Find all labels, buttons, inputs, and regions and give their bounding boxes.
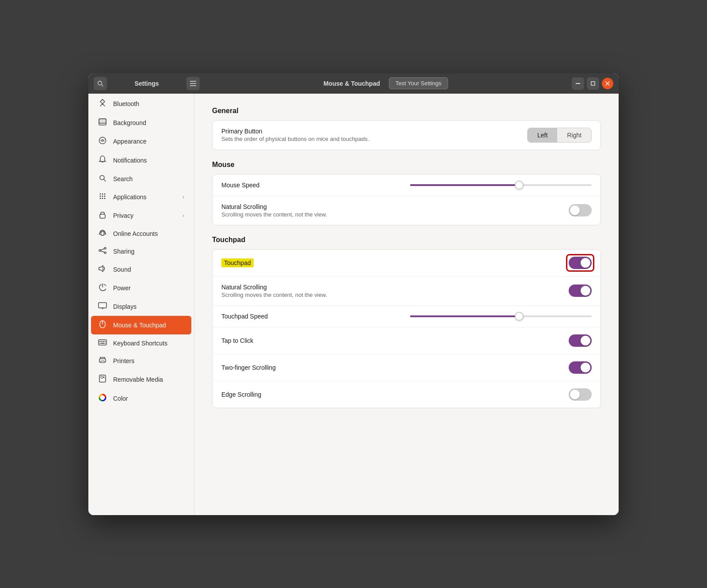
titlebar-right	[572, 77, 613, 90]
sidebar-item-label: Privacy	[113, 212, 176, 219]
svg-point-25	[101, 230, 104, 235]
displays-icon	[98, 302, 107, 311]
sidebar-item-search[interactable]: Search	[91, 170, 191, 188]
menu-button[interactable]	[186, 77, 200, 90]
mouse-natural-scrolling-toggle[interactable]	[569, 204, 592, 216]
touchpad-speed-row: Touchpad Speed	[213, 306, 601, 327]
touchpad-natural-scrolling-desc: Scrolling moves the content, not the vie…	[221, 292, 562, 298]
svg-rect-48	[101, 376, 103, 378]
edge-scrolling-label: Edge Scrolling	[221, 391, 562, 398]
svg-rect-43	[101, 343, 104, 344]
sidebar-item-label: Sound	[113, 266, 184, 273]
two-finger-scrolling-label: Two-finger Scrolling	[221, 364, 562, 371]
maximize-button[interactable]	[587, 77, 599, 90]
mouse-speed-label: Mouse Speed	[221, 182, 403, 189]
mouse-natural-scrolling-track	[569, 204, 592, 216]
sidebar-item-sound[interactable]: Sound	[91, 261, 191, 278]
sidebar-item-power[interactable]: Power	[91, 279, 191, 297]
sidebar-item-keyboard-shortcuts[interactable]: Keyboard Shortcuts	[91, 335, 191, 352]
sidebar-item-color[interactable]: Color	[91, 389, 191, 408]
sidebar-item-notifications[interactable]: Notifications	[91, 151, 191, 170]
sidebar-item-applications[interactable]: Applications ›	[91, 188, 191, 206]
edge-scrolling-control	[569, 388, 592, 401]
sidebar-item-label: Sharing	[113, 248, 184, 255]
minimize-button[interactable]	[572, 77, 584, 90]
mouse-speed-track	[410, 184, 592, 186]
tap-to-click-toggle[interactable]	[569, 334, 592, 347]
touchpad-natural-scrolling-thumb	[581, 286, 590, 296]
sidebar-item-label: Keyboard Shortcuts	[113, 340, 184, 347]
svg-rect-23	[100, 214, 105, 218]
touchpad-natural-scrolling-toggle[interactable]	[569, 285, 592, 297]
touchpad-toggle-row: Touchpad	[213, 250, 601, 277]
mouse-speed-slider[interactable]	[410, 184, 592, 186]
svg-point-49	[103, 376, 105, 378]
main-panel: General Primary Button Sets the order of…	[194, 94, 619, 515]
primary-button-row: Primary Button Sets the order of physica…	[213, 121, 601, 150]
sidebar-item-label: Power	[113, 285, 184, 292]
sidebar-item-sharing[interactable]: Sharing	[91, 243, 191, 260]
sound-icon	[98, 265, 107, 274]
mouse-card: Mouse Speed Natural Scrolling Scrolling …	[212, 174, 601, 225]
edge-scrolling-toggle[interactable]	[569, 388, 592, 401]
touchpad-toggle-track	[569, 257, 592, 269]
test-settings-button[interactable]: Test Your Settings	[389, 77, 448, 89]
tap-to-click-control	[569, 334, 592, 347]
background-icon	[98, 118, 107, 127]
svg-rect-10	[99, 119, 106, 123]
primary-button-desc: Sets the order of physical buttons on mi…	[221, 136, 520, 142]
titlebar-left: Settings	[94, 77, 200, 90]
general-section-title: General	[212, 107, 601, 115]
edge-scrolling-thumb	[570, 390, 580, 399]
chevron-right-icon: ›	[182, 194, 184, 200]
svg-line-1	[102, 84, 103, 86]
content: Bluetooth Background	[88, 94, 619, 515]
right-button[interactable]: Right	[557, 128, 591, 142]
sidebar-item-label: Search	[113, 175, 184, 182]
search-button[interactable]	[94, 77, 107, 90]
mouse-icon	[98, 320, 107, 330]
app-title: Settings	[111, 80, 182, 87]
touchpad-toggle[interactable]	[569, 257, 592, 269]
chevron-right-icon: ›	[182, 212, 184, 219]
sidebar-item-privacy[interactable]: Privacy ›	[91, 206, 191, 225]
mouse-speed-thumb[interactable]	[515, 181, 524, 190]
mouse-natural-scrolling-thumb	[570, 205, 580, 215]
two-finger-scrolling-row: Two-finger Scrolling	[213, 354, 601, 381]
edge-scrolling-info: Edge Scrolling	[221, 391, 562, 398]
appearance-icon	[98, 137, 107, 146]
svg-rect-41	[105, 341, 106, 342]
sidebar-item-label: Applications	[113, 193, 176, 201]
svg-point-14	[100, 193, 101, 194]
primary-button-label: Primary Button	[221, 128, 520, 135]
svg-point-16	[104, 193, 106, 194]
sidebar-item-printers[interactable]: Printers	[91, 352, 191, 370]
touchpad-natural-scrolling-control	[569, 285, 592, 297]
mouse-natural-scrolling-row: Natural Scrolling Scrolling moves the co…	[213, 196, 601, 225]
two-finger-scrolling-info: Two-finger Scrolling	[221, 364, 562, 371]
sidebar-item-background[interactable]: Background	[91, 114, 191, 132]
close-button[interactable]	[602, 78, 613, 89]
printers-icon	[98, 357, 107, 365]
sidebar-item-removable-media[interactable]: Removable Media	[91, 370, 191, 389]
sidebar-item-bluetooth[interactable]: Bluetooth	[91, 94, 191, 114]
sharing-icon	[98, 247, 107, 256]
left-button[interactable]: Left	[528, 128, 557, 142]
two-finger-scrolling-toggle[interactable]	[569, 361, 592, 374]
two-finger-scrolling-track	[569, 361, 592, 374]
sidebar-item-mouse-touchpad[interactable]: Mouse & Touchpad	[91, 316, 191, 334]
touchpad-speed-slider[interactable]	[410, 315, 592, 317]
touchpad-natural-scrolling-info: Natural Scrolling Scrolling moves the co…	[221, 284, 562, 298]
mouse-natural-scrolling-label: Natural Scrolling	[221, 203, 562, 210]
touchpad-card: Touchpad	[212, 249, 601, 408]
svg-rect-46	[101, 361, 104, 363]
sidebar-item-displays[interactable]: Displays	[91, 298, 191, 315]
mouse-natural-scrolling-control	[569, 204, 592, 216]
primary-button-toggle[interactable]: Left Right	[527, 128, 592, 143]
touchpad-speed-thumb[interactable]	[515, 312, 524, 321]
privacy-icon	[98, 211, 107, 220]
svg-point-18	[102, 195, 103, 197]
tap-to-click-track	[569, 334, 592, 347]
sidebar-item-online-accounts[interactable]: Online Accounts	[91, 225, 191, 242]
sidebar-item-appearance[interactable]: Appearance	[91, 132, 191, 151]
